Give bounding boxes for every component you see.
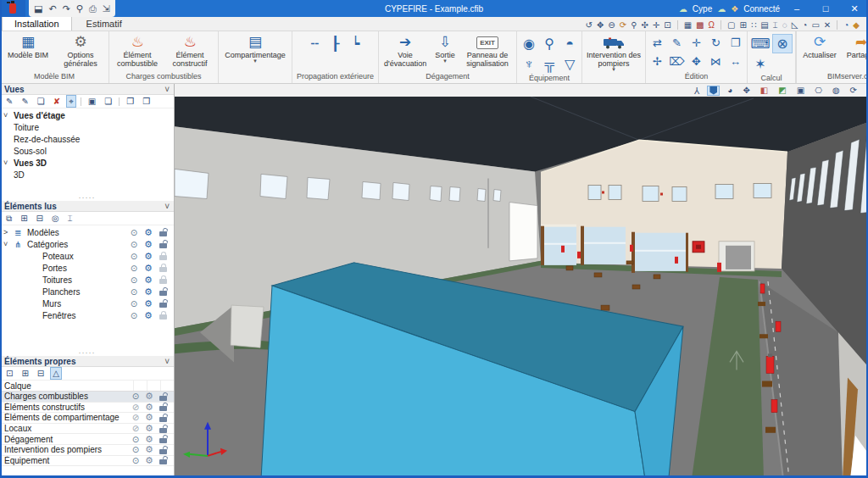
toolbar-icon[interactable]: ▭: [811, 21, 819, 30]
qat-icon[interactable]: ⚲: [76, 4, 83, 14]
toolbar-icon[interactable]: ◺: [792, 21, 798, 30]
eye-icon[interactable]: [130, 435, 142, 444]
eye-icon[interactable]: [130, 456, 142, 465]
equipment-tool-icon[interactable]: ▽: [560, 54, 579, 74]
toolbar-icon[interactable]: [837, 20, 837, 30]
toolbar-icon[interactable]: ▤: [760, 21, 768, 30]
lock-icon[interactable]: [157, 435, 169, 443]
lock-icon[interactable]: [157, 403, 169, 411]
elements-lus-tool-icon[interactable]: ⊞: [18, 212, 30, 225]
element-tree-row[interactable]: Portes: [0, 262, 174, 274]
panel-resize-handle[interactable]: [0, 195, 174, 201]
vues-panel-header[interactable]: Vues˅: [0, 84, 174, 95]
toolbar-icon[interactable]: ◔: [802, 21, 807, 30]
edit-tool-icon[interactable]: ✢: [648, 53, 666, 70]
gear-icon[interactable]: [142, 286, 154, 297]
gear-icon[interactable]: [142, 251, 154, 262]
viewport-tool-icon[interactable]: Y: [692, 85, 703, 96]
qat-icon[interactable]: ↷: [63, 4, 70, 14]
elements-propres-tool-icon[interactable]: △: [50, 367, 62, 380]
elements-lus-panel-header[interactable]: Éléments lus˅: [0, 201, 174, 212]
toolbar-icon[interactable]: [677, 20, 678, 30]
layer-row[interactable]: Intervention des pompiers: [0, 445, 174, 456]
toolbar-icon[interactable]: ✕: [824, 21, 831, 30]
toolbar-icon[interactable]: ▢: [727, 21, 735, 30]
lock-icon[interactable]: [157, 228, 169, 236]
toolbar-icon[interactable]: ✛: [653, 21, 659, 30]
view-tree-row[interactable]: ˅Vues 3D: [0, 157, 174, 169]
toolbar-icon[interactable]: ⊡: [664, 21, 670, 30]
propagation-tool-icon[interactable]: ┕: [347, 34, 365, 53]
layer-row[interactable]: Charges combustibles: [0, 392, 174, 403]
viewport-tool-icon[interactable]: ◕: [725, 85, 735, 96]
options-generales-button[interactable]: ⚙Options générales: [55, 32, 106, 69]
edit-tool-icon[interactable]: ✥: [687, 53, 705, 70]
viewport-tool-icon[interactable]: ⟳: [848, 85, 860, 96]
viewport-tool-icon[interactable]: ▣: [794, 85, 807, 96]
elements-lus-tool-icon[interactable]: ⌶: [65, 212, 75, 225]
voie-evacuation-button[interactable]: ➔Voie d'évacuation: [381, 32, 429, 69]
toolbar-icon[interactable]: ⊞: [739, 21, 746, 30]
toolbar-icon[interactable]: ◔: [843, 21, 849, 30]
eye-icon[interactable]: [128, 240, 140, 249]
qat-icon[interactable]: ⎙: [89, 4, 97, 14]
gear-icon[interactable]: [143, 402, 155, 413]
toolbar-icon[interactable]: ∷: [751, 21, 756, 30]
toolbar-icon[interactable]: ▩: [696, 21, 704, 30]
sync-cloud-icon[interactable]: ☁: [717, 4, 726, 14]
eye-icon[interactable]: [128, 252, 140, 261]
edit-tool-icon[interactable]: ⋈: [707, 53, 725, 70]
eye-icon[interactable]: [128, 299, 140, 308]
lock-icon[interactable]: [157, 264, 169, 272]
toolbar-icon[interactable]: ✥: [597, 21, 604, 30]
element-constructif-button[interactable]: ♨Élément constructif: [164, 32, 215, 69]
close-button[interactable]: ✕: [843, 3, 866, 14]
elements-propres-tool-icon[interactable]: ⊟: [35, 367, 47, 380]
view-tree-row[interactable]: 3D: [0, 169, 174, 181]
elements-propres-panel-header[interactable]: Éléments propres˅: [0, 356, 174, 367]
propagation-tool-icon[interactable]: ╌: [306, 34, 325, 53]
minimize-button[interactable]: –: [785, 3, 809, 14]
lock-icon[interactable]: [157, 275, 169, 284]
qat-icon[interactable]: ↶: [48, 4, 56, 14]
modele-bim-button[interactable]: ▦Modèle BIM: [3, 32, 53, 61]
vues-tool-icon[interactable]: ❐: [140, 95, 153, 108]
element-tree-row[interactable]: Poteaux: [0, 250, 174, 262]
elements-lus-tool-icon[interactable]: ◎: [49, 212, 62, 225]
elements-lus-tool-icon[interactable]: ⧉: [3, 212, 14, 225]
element-tree-row[interactable]: Murs: [0, 297, 174, 309]
toolbar-icon[interactable]: ✣: [641, 21, 648, 30]
vues-tool-icon[interactable]: ❐: [124, 95, 136, 108]
lock-icon[interactable]: [157, 456, 169, 464]
viewport-tool-icon[interactable]: [707, 86, 720, 96]
gear-icon[interactable]: [143, 391, 155, 402]
toolbar-icon[interactable]: ⌶: [773, 21, 778, 30]
view-tree-row[interactable]: Toiture: [0, 121, 174, 133]
edit-tool-icon[interactable]: ⇄: [648, 34, 666, 52]
app-menu-button[interactable]: [0, 0, 25, 17]
qat-icon[interactable]: ⇲: [103, 4, 110, 14]
lock-icon[interactable]: [157, 446, 169, 454]
element-tree-row[interactable]: ˃≣Modèles: [0, 226, 174, 238]
collapse-chevron-icon[interactable]: ˅: [164, 357, 170, 366]
eye-icon[interactable]: [130, 413, 142, 422]
eye-icon[interactable]: [128, 264, 140, 273]
error-list-button[interactable]: ⊗: [772, 34, 793, 53]
vues-tool-icon[interactable]: ✘: [51, 95, 63, 108]
gear-icon[interactable]: [143, 434, 155, 445]
gear-icon[interactable]: [142, 263, 154, 274]
toolbar-icon[interactable]: ◆: [853, 21, 860, 30]
eye-icon[interactable]: [128, 287, 140, 297]
gear-icon[interactable]: [142, 275, 154, 286]
layer-row[interactable]: Éléments constructifs: [0, 403, 174, 414]
vues-tool-icon[interactable]: ✎: [3, 95, 15, 108]
layer-row[interactable]: Dégagement: [0, 434, 174, 445]
layer-row[interactable]: Équipement: [0, 456, 174, 467]
edit-tool-icon[interactable]: ⌦: [668, 53, 686, 70]
viewport-tool-icon[interactable]: ◍: [830, 85, 843, 96]
toolbar-icon[interactable]: [721, 20, 721, 30]
elements-lus-tool-icon[interactable]: ⊟: [34, 212, 46, 225]
compartimentage-button[interactable]: ▤Compartimentage▾: [221, 32, 289, 64]
lock-icon[interactable]: [157, 240, 169, 248]
vues-tool-icon[interactable]: ❏: [102, 95, 114, 108]
